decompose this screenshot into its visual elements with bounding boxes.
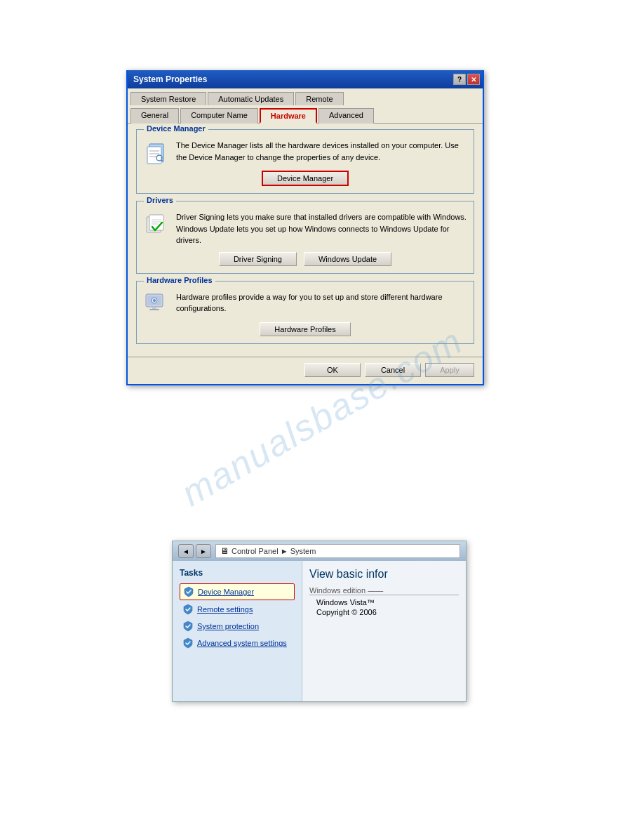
vista-main: View basic infor Windows edition —— Wind… [302, 561, 466, 701]
svg-point-17 [153, 299, 156, 302]
device-manager-inner: The Device Manager lists all the hardwar… [144, 140, 467, 165]
screenshot-bottom: ◄ ► 🖥 Control Panel ► System Tasks [172, 541, 467, 702]
hardware-profiles-text: Hardware profiles provide a way for you … [176, 291, 467, 315]
shield-icon-protection [182, 621, 194, 632]
hardware-profiles-icon [144, 291, 169, 317]
ok-button[interactable]: OK [304, 363, 361, 377]
dialog-title: System Properties [133, 74, 207, 84]
tabs-row-1: System Restore Automatic Updates Remote [128, 88, 483, 105]
sidebar-title: Tasks [180, 568, 295, 578]
windows-copyright: Copyright © 2006 [316, 608, 459, 616]
system-properties-dialog: System Properties ? ✕ System Restore Aut… [126, 70, 484, 385]
forward-button[interactable]: ► [196, 544, 211, 558]
back-button[interactable]: ◄ [178, 544, 194, 558]
address-bar[interactable]: 🖥 Control Panel ► System [215, 544, 460, 558]
tabs-row-2: General Computer Name Hardware Advanced [128, 105, 483, 124]
vista-titlebar: ◄ ► 🖥 Control Panel ► System [173, 541, 466, 561]
vista-sidebar: Tasks Device Manager Remote settings [173, 561, 302, 701]
drivers-label: Drivers [144, 196, 176, 204]
screenshot-top: System Properties ? ✕ System Restore Aut… [126, 70, 484, 385]
task-system-protection[interactable]: System protection [180, 618, 295, 634]
tab-automatic-updates[interactable]: Automatic Updates [208, 92, 294, 105]
windows-edition-section: Windows edition —— [309, 586, 459, 595]
task-advanced-system-label: Advanced system settings [197, 639, 287, 647]
hardware-profiles-btn-row: Hardware Profiles [144, 322, 467, 336]
hardware-profiles-inner: Hardware profiles provide a way for you … [144, 291, 467, 317]
task-device-manager-label: Device Manager [198, 588, 254, 596]
tab-hardware[interactable]: Hardware [260, 108, 317, 124]
tab-advanced[interactable]: Advanced [318, 108, 374, 124]
shield-icon-advanced [182, 637, 194, 649]
windows-update-button[interactable]: Windows Update [304, 252, 391, 266]
device-manager-section: Device Manager [136, 129, 474, 194]
close-button[interactable]: ✕ [467, 74, 480, 85]
forward-icon: ► [200, 548, 207, 555]
nav-buttons: ◄ ► [178, 544, 211, 558]
hardware-profiles-section: Hardware Profiles Hardware prof [136, 281, 474, 344]
title-bar-buttons: ? ✕ [453, 74, 480, 85]
tab-remote[interactable]: Remote [295, 92, 344, 105]
hardware-profiles-button[interactable]: Hardware Profiles [260, 322, 350, 336]
svg-rect-15 [149, 309, 159, 310]
drivers-inner: Driver Signing lets you make sure that i… [144, 211, 467, 246]
tab-general[interactable]: General [130, 108, 179, 124]
device-manager-label: Device Manager [144, 124, 208, 133]
dialog-bottom-buttons: OK Cancel Apply [128, 357, 483, 384]
device-manager-text: The Device Manager lists all the hardwar… [176, 140, 467, 163]
hardware-profiles-label: Hardware Profiles [144, 276, 215, 284]
tab-system-restore[interactable]: System Restore [130, 92, 206, 105]
vista-main-title: View basic infor [309, 568, 459, 581]
drivers-text: Driver Signing lets you make sure that i… [176, 211, 467, 246]
driver-signing-button[interactable]: Driver Signing [219, 252, 297, 266]
device-manager-button[interactable]: Device Manager [262, 171, 349, 186]
device-manager-btn-row: Device Manager [144, 171, 467, 186]
drivers-btn-row: Driver Signing Windows Update [144, 252, 467, 266]
address-icon: 🖥 [220, 546, 229, 556]
back-icon: ◄ [182, 548, 189, 555]
title-bar: System Properties ? ✕ [128, 70, 483, 88]
cancel-button[interactable]: Cancel [365, 363, 421, 377]
task-remote-settings-label: Remote settings [197, 605, 253, 614]
task-device-manager[interactable]: Device Manager [180, 583, 295, 600]
drivers-section: Drivers Driver Signing lets you make sur… [136, 201, 474, 274]
dialog-content: Device Manager [128, 124, 483, 357]
vista-content: Tasks Device Manager Remote settings [173, 561, 466, 701]
help-button[interactable]: ? [453, 74, 466, 85]
apply-button[interactable]: Apply [425, 363, 474, 377]
shield-icon-remote [182, 604, 194, 615]
breadcrumb: Control Panel ► System [232, 547, 316, 555]
task-advanced-system[interactable]: Advanced system settings [180, 635, 295, 651]
task-remote-settings[interactable]: Remote settings [180, 602, 295, 617]
tab-computer-name[interactable]: Computer Name [180, 108, 258, 124]
task-system-protection-label: System protection [197, 622, 259, 630]
shield-icon-device-manager [183, 586, 194, 597]
vista-window: ◄ ► 🖥 Control Panel ► System Tasks [172, 541, 467, 702]
drivers-icon [144, 211, 169, 237]
windows-version: Windows Vista™ [316, 598, 459, 607]
device-manager-icon [144, 140, 169, 165]
